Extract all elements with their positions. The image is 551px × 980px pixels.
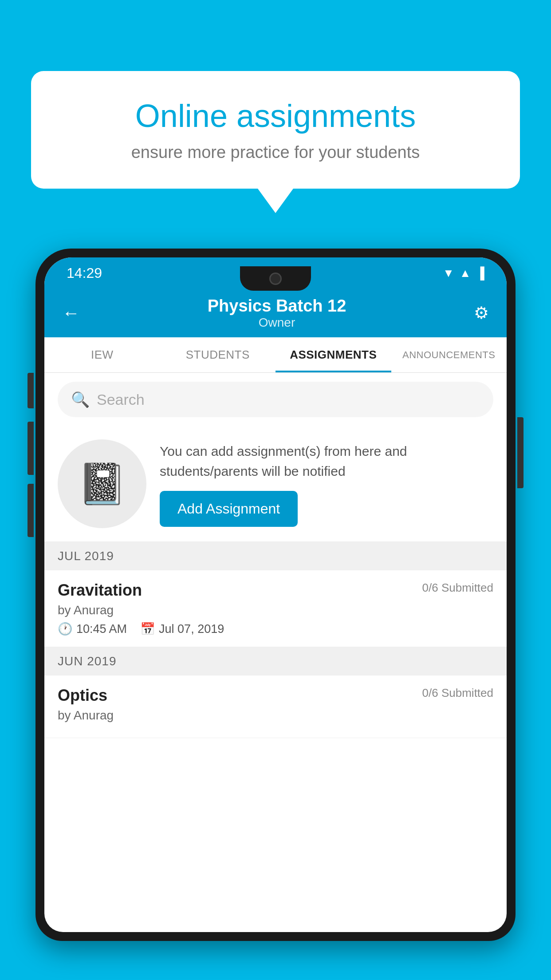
search-bar[interactable]: 🔍 Search [58, 382, 493, 417]
header-title-group: Physics Batch 12 Owner [208, 296, 346, 330]
volume-up-button [28, 373, 34, 408]
add-assignment-description: You can add assignment(s) from here and … [160, 441, 493, 481]
search-icon: 🔍 [71, 391, 90, 408]
speech-bubble-title: Online assignments [62, 98, 489, 134]
assignment-date-text: Jul 07, 2019 [159, 622, 224, 636]
power-button [517, 417, 523, 488]
assignment-item-top-optics: Optics 0/6 Submitted [58, 686, 493, 705]
volume-down-button [28, 422, 34, 475]
phone-mockup: 14:29 ▼ ▲ ▐ ← Physics Batch 12 Owner ⚙ [35, 249, 516, 980]
phone-screen: 14:29 ▼ ▲ ▐ ← Physics Batch 12 Owner ⚙ [44, 257, 507, 932]
assignment-item-optics[interactable]: Optics 0/6 Submitted by Anurag [44, 676, 507, 738]
add-assignment-button[interactable]: Add Assignment [160, 491, 298, 527]
assignment-submitted-optics: 0/6 Submitted [422, 686, 493, 700]
speech-bubble-subtitle: ensure more practice for your students [62, 143, 489, 162]
assignment-author-gravitation: by Anurag [58, 603, 493, 617]
section-header-jun: JUN 2019 [44, 647, 507, 676]
assignment-time-item: 🕐 10:45 AM [58, 622, 127, 636]
calendar-icon: 📅 [140, 622, 155, 636]
status-icons: ▼ ▲ ▐ [443, 266, 484, 280]
assignment-submitted-gravitation: 0/6 Submitted [422, 581, 493, 595]
assignment-time-text: 10:45 AM [76, 622, 127, 636]
notebook-icon: 📓 [77, 461, 127, 507]
speech-bubble: Online assignments ensure more practice … [31, 71, 520, 189]
search-placeholder-text: Search [97, 391, 145, 408]
tab-students[interactable]: STUDENTS [160, 337, 276, 372]
assignment-item-gravitation[interactable]: Gravitation 0/6 Submitted by Anurag 🕐 10… [44, 570, 507, 647]
camera-dot [269, 273, 282, 285]
assignment-author-optics: by Anurag [58, 708, 493, 723]
assignment-name-gravitation: Gravitation [58, 581, 142, 600]
status-time: 14:29 [67, 265, 102, 281]
add-assignment-card: 📓 You can add assignment(s) from here an… [44, 426, 507, 542]
add-assignment-right: You can add assignment(s) from here and … [160, 441, 493, 527]
tabs-bar: IEW STUDENTS ASSIGNMENTS ANNOUNCEMENTS [44, 337, 507, 373]
settings-icon[interactable]: ⚙ [474, 303, 489, 323]
header-title: Physics Batch 12 [208, 296, 346, 316]
wifi-icon: ▼ [443, 266, 454, 280]
content-area: 🔍 Search 📓 You can add assignment(s) fro… [44, 382, 507, 738]
assignment-date-item: 📅 Jul 07, 2019 [140, 622, 224, 636]
tab-iew[interactable]: IEW [44, 337, 160, 372]
notebook-icon-circle: 📓 [58, 439, 146, 528]
volume-lower-button [28, 484, 34, 537]
back-button[interactable]: ← [62, 303, 80, 323]
phone-outer: 14:29 ▼ ▲ ▐ ← Physics Batch 12 Owner ⚙ [35, 249, 516, 941]
assignment-name-optics: Optics [58, 686, 107, 705]
phone-notch [240, 266, 311, 291]
tab-announcements[interactable]: ANNOUNCEMENTS [391, 337, 507, 372]
section-header-jul: JUL 2019 [44, 542, 507, 570]
battery-icon: ▐ [476, 266, 484, 280]
header-subtitle: Owner [208, 316, 346, 330]
signal-icon: ▲ [460, 266, 471, 280]
tab-assignments[interactable]: ASSIGNMENTS [276, 337, 391, 372]
speech-bubble-container: Online assignments ensure more practice … [31, 71, 520, 213]
app-header: ← Physics Batch 12 Owner ⚙ [44, 288, 507, 337]
clock-icon: 🕐 [58, 622, 73, 636]
speech-bubble-arrow [258, 189, 293, 213]
assignment-meta-gravitation: 🕐 10:45 AM 📅 Jul 07, 2019 [58, 622, 493, 636]
assignment-item-top: Gravitation 0/6 Submitted [58, 581, 493, 600]
